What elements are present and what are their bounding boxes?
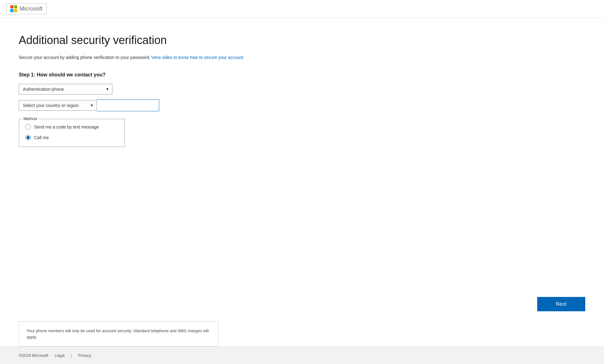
radio-text-message[interactable]: [25, 124, 31, 130]
notice-box: Your phone numbers will only be used for…: [19, 321, 219, 347]
description-static: Secure your account by adding phone veri…: [19, 55, 150, 60]
description-link[interactable]: View video to know how to secure your ac…: [151, 55, 243, 60]
next-button[interactable]: Next: [537, 297, 585, 311]
radio-text-label: Send me a code by text message: [34, 124, 99, 129]
phone-number-input[interactable]: [97, 99, 159, 111]
auth-method-select[interactable]: Authentication phone Mobile app Office p…: [19, 84, 112, 95]
notice-text: Your phone numbers will only be used for…: [27, 328, 209, 339]
main-content: Additional security verification Secure …: [0, 18, 312, 297]
country-select[interactable]: Select your country or region United Sta…: [19, 100, 97, 111]
radio-call-me[interactable]: [25, 135, 31, 140]
footer-privacy-link[interactable]: Privacy: [78, 353, 91, 358]
method-legend: Method: [22, 116, 39, 121]
footer-divider: |: [71, 353, 72, 358]
header: Microsoft: [0, 0, 604, 18]
button-row: Next: [0, 297, 604, 311]
microsoft-logo-icon: [10, 5, 17, 12]
microsoft-logo-container[interactable]: Microsoft: [6, 3, 47, 14]
radio-option-text[interactable]: Send me a code by text message: [25, 124, 118, 130]
footer-copyright: ©2019 Microsoft: [19, 353, 48, 358]
radio-call-label: Call me: [34, 135, 49, 140]
country-select-wrapper: Select your country or region United Sta…: [19, 100, 97, 111]
step-heading: Step 1: How should we contact you?: [19, 72, 293, 78]
phone-row: Select your country or region United Sta…: [19, 99, 293, 111]
auth-method-select-wrapper: Authentication phone Mobile app Office p…: [19, 84, 112, 95]
footer: ©2019 Microsoft Legal | Privacy: [0, 347, 604, 364]
microsoft-logo-text: Microsoft: [20, 6, 42, 12]
page-description: Secure your account by adding phone veri…: [19, 54, 293, 61]
footer-legal-link[interactable]: Legal: [55, 353, 65, 358]
radio-option-call[interactable]: Call me: [25, 135, 118, 140]
method-fieldset: Method Send me a code by text message Ca…: [19, 119, 125, 147]
page-title: Additional security verification: [19, 33, 293, 47]
